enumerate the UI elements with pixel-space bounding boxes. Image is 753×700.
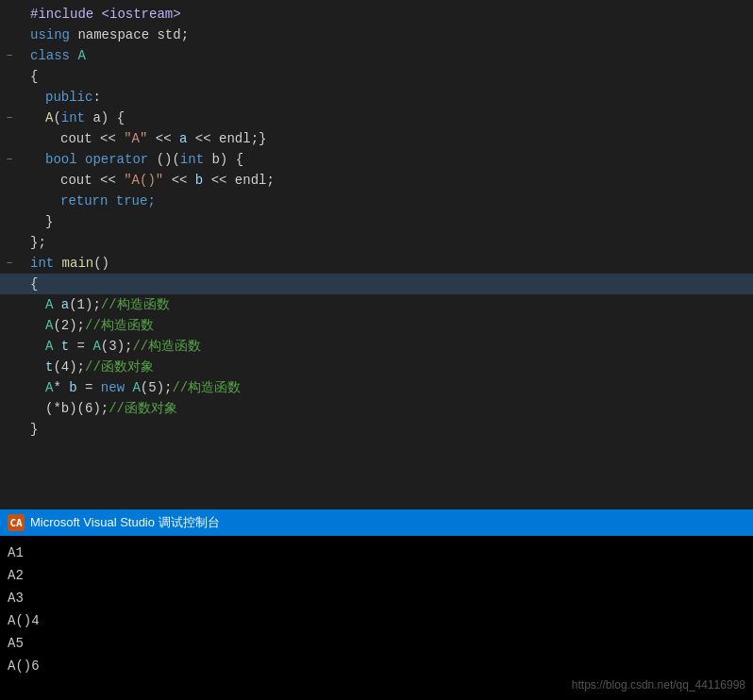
console-output-line: A3 [8,587,745,609]
code-line: using namespace std; [0,25,753,45]
token: (6); [77,398,109,419]
line-gutter: − [4,154,30,165]
token: "A" [124,128,147,149]
token: A [132,377,140,398]
token: b [69,377,76,398]
token: << [203,170,235,191]
code-line: −bool operator ()(int b) { [0,149,753,170]
code-line: A(2);//构造函数 [0,315,753,336]
token: A [45,315,53,336]
watermark: https://blog.csdn.net/qq_44116998 [572,674,745,696]
token: new [101,377,133,398]
token: = [77,377,101,398]
line-gutter: − [4,50,30,61]
token: ( [53,108,60,128]
token: //构造函数 [132,336,201,357]
line-gutter: − [4,258,30,269]
code-line: cout << "A()" << b << endl; [0,170,753,191]
token: main [62,253,94,274]
token: (2); [53,315,85,336]
token: a) { [85,108,125,128]
code-editor[interactable]: #include <iostream>using namespace std;−… [0,0,753,509]
token: << [92,170,125,191]
token: (3); [101,336,133,357]
code-line: (*b)(6);//函数对象 [0,398,753,419]
console-output-line: A5 [8,632,745,655]
token: * [53,377,69,398]
code-line: return true; [0,191,753,211]
token: public [45,87,92,108]
token: b) { [204,149,243,170]
token: cout [60,170,92,191]
token: //函数对象 [109,398,177,419]
token: //构造函数 [101,294,170,315]
token: (*b) [45,398,77,419]
code-line: A t = A(3);//构造函数 [0,336,753,357]
token: } [45,211,53,232]
code-line: } [0,211,753,232]
console-header: CA Microsoft Visual Studio 调试控制台 [0,509,753,536]
token: int [61,108,85,128]
token: A [45,108,53,128]
token: << [92,128,125,149]
token: class [30,45,77,66]
token: A [77,45,85,66]
token: (4); [53,357,85,377]
token: { [30,66,38,87]
token: //构造函数 [172,377,241,398]
token: using [30,25,70,45]
fold-button[interactable]: − [4,154,15,165]
token: A [45,336,61,357]
console-output: A1A2A3A()4A5A()6https://blog.csdn.net/qq… [0,536,753,700]
console-output-line: A1 [8,542,745,564]
code-line: −int main() [0,253,753,274]
token: ()( [148,149,180,170]
token: int [30,253,62,274]
code-line: public: [0,87,753,108]
console-output-line: A2 [8,564,745,587]
token: "A()" [124,170,163,191]
token: //构造函数 [85,315,154,336]
token: }; [30,232,46,253]
line-gutter: − [4,112,30,124]
token: return [60,191,116,211]
console-output-line: A()4 [8,609,745,632]
token: //函数对象 [85,357,154,377]
code-line: A a(1);//构造函数 [0,294,753,315]
token: (1); [69,294,101,315]
token: () [93,253,109,274]
token: t [45,357,53,377]
token: } [30,419,38,440]
token: endl; [235,170,275,191]
token: << [147,128,179,149]
code-line: A* b = new A(5);//构造函数 [0,377,753,398]
token: cout [60,128,92,149]
code-line: }; [0,232,753,253]
code-line: #include <iostream> [0,4,753,25]
console-title: Microsoft Visual Studio 调试控制台 [30,514,220,531]
code-line: −class A [0,45,753,66]
token: t [61,336,69,357]
fold-button[interactable]: − [4,50,15,61]
code-line: t(4);//函数对象 [0,357,753,377]
code-line: −A(int a) { [0,108,753,128]
token: endl; [219,128,259,149]
token: (5); [141,377,173,398]
fold-button[interactable]: − [4,112,15,124]
code-line: } [0,419,753,440]
token: } [259,128,266,149]
code-line: { [0,66,753,87]
token: namespace [70,25,157,45]
fold-button[interactable]: − [4,258,15,269]
console-icon: CA [8,514,25,531]
token: true; [116,191,156,211]
token: bool [45,149,85,170]
token: << [187,128,219,149]
token: : [92,87,100,108]
token: operator [85,149,148,170]
code-line: cout << "A" << a << endl;} [0,128,753,149]
token: A [45,377,53,398]
code-line: { [0,274,753,294]
token: ; [181,25,189,45]
token: #include <iostream> [30,4,181,25]
